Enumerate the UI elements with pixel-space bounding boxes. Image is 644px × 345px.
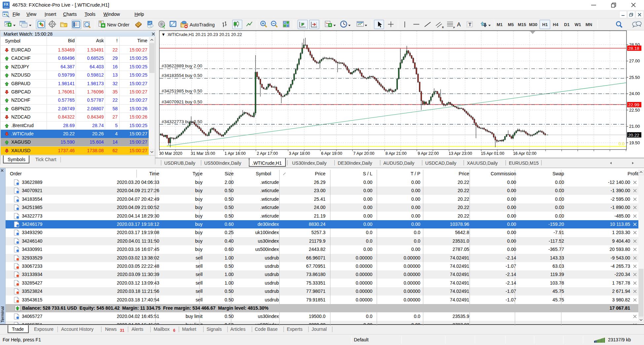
svg-text:7 Apr 20:00: 7 Apr 20:00 bbox=[353, 151, 374, 156]
svg-text:#34183554 buy 0.50: #34183554 buy 0.50 bbox=[162, 73, 202, 78]
svg-text:25.50: 25.50 bbox=[629, 75, 640, 80]
svg-text:Choice: Choice bbox=[4, 6, 9, 8]
svg-text:8 Apr 21:00: 8 Apr 21:00 bbox=[386, 151, 407, 156]
svg-text:20.22: 20.22 bbox=[628, 133, 639, 138]
svg-text:1 Apr 16:00: 1 Apr 16:00 bbox=[225, 151, 246, 156]
svg-text:28.18: 28.18 bbox=[628, 46, 639, 51]
svg-text:19.50: 19.50 bbox=[629, 140, 640, 145]
svg-text:3 Apr 18:00: 3 Apr 18:00 bbox=[289, 151, 310, 156]
svg-text:15 Apr 01:00: 15 Apr 01:00 bbox=[481, 151, 504, 156]
svg-text:E: E bbox=[442, 26, 444, 29]
svg-text:T: T bbox=[469, 21, 472, 27]
svg-text:Terminal: Terminal bbox=[0, 306, 5, 323]
svg-text:#34322773 buy 0.50: #34322773 buy 0.50 bbox=[162, 119, 202, 124]
svg-text:F: F bbox=[453, 26, 455, 29]
svg-text:24.00: 24.00 bbox=[629, 91, 640, 96]
svg-text:FX: FX bbox=[4, 3, 8, 6]
svg-text:22.50: 22.50 bbox=[629, 108, 640, 113]
svg-text:A: A bbox=[457, 21, 461, 28]
svg-text:21.00: 21.00 bbox=[629, 124, 640, 129]
svg-text:27.00: 27.00 bbox=[629, 58, 640, 63]
svg-text:22.99: 22.99 bbox=[628, 102, 639, 107]
svg-text:16 Apr 02:00: 16 Apr 02:00 bbox=[513, 151, 537, 156]
svg-text:#34251985 buy 0.50: #34251985 buy 0.50 bbox=[162, 88, 202, 93]
svg-text:#34070921 buy 0.50: #34070921 buy 0.50 bbox=[162, 99, 202, 104]
svg-text:9 Apr 22:00: 9 Apr 22:00 bbox=[418, 151, 439, 156]
svg-text:#33622889 buy 2.00: #33622889 buy 2.00 bbox=[162, 63, 202, 68]
svg-text:0.0: 0.0 bbox=[619, 141, 625, 146]
svg-text:6 Apr 19:00: 6 Apr 19:00 bbox=[321, 151, 342, 156]
svg-text:13 Apr 23:00: 13 Apr 23:00 bbox=[449, 151, 472, 156]
svg-text:▼ .WTICrude,H1 20.21 20.23 20: ▼ .WTICrude,H1 20.21 20.23 20.21 20.22 bbox=[161, 32, 242, 37]
svg-text:31 Mar 15:00: 31 Mar 15:00 bbox=[191, 151, 215, 156]
svg-text:30 Mar 2020: 30 Mar 2020 bbox=[159, 151, 182, 156]
svg-text:2 Apr 17:00: 2 Apr 17:00 bbox=[257, 151, 278, 156]
